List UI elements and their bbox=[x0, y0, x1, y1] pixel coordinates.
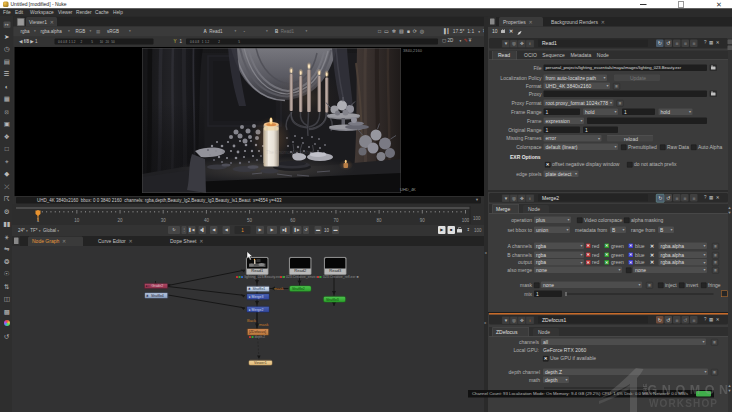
svg-text:mask: mask bbox=[259, 322, 269, 327]
svg-text:WORKSHOP: WORKSHOP bbox=[649, 398, 719, 409]
svg-text:70: 70 bbox=[333, 218, 339, 223]
svg-text:60: 60 bbox=[290, 218, 296, 223]
svg-text:100: 100 bbox=[462, 218, 470, 223]
svg-text:10: 10 bbox=[74, 218, 80, 223]
svg-text:80: 80 bbox=[377, 218, 383, 223]
svg-text:20: 20 bbox=[118, 218, 124, 223]
svg-text:The Gnomon Worksho: The Gnomon Worksho bbox=[266, 150, 312, 155]
svg-text:50: 50 bbox=[247, 218, 253, 223]
svg-text:40: 40 bbox=[204, 218, 210, 223]
svg-text:90: 90 bbox=[420, 218, 426, 223]
svg-text:30: 30 bbox=[161, 218, 167, 223]
svg-text:GNOMON: GNOMON bbox=[648, 383, 731, 397]
svg-text:mask: mask bbox=[274, 286, 284, 291]
svg-text:Back: Back bbox=[247, 318, 256, 323]
